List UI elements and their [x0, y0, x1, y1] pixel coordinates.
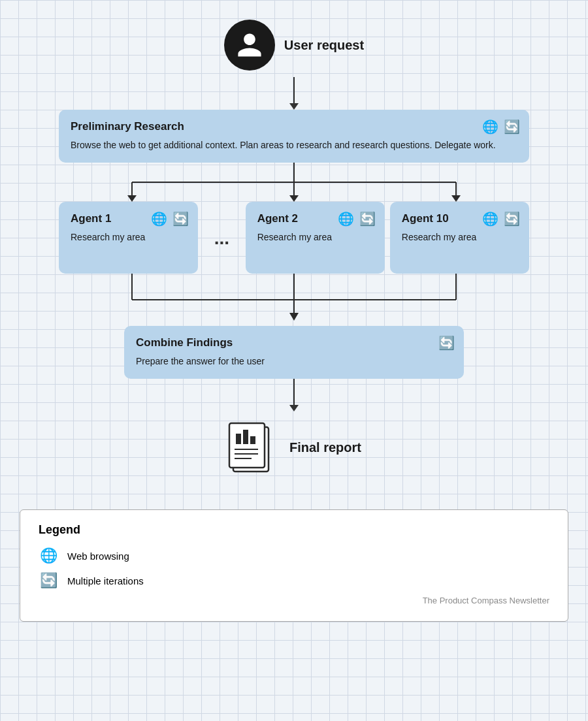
three-way-arrows-svg — [59, 163, 529, 202]
globe-icon: 🌐 — [338, 211, 354, 227]
diagram-container: User request Preliminary Research Browse… — [0, 0, 588, 490]
refresh-icon: 🔄 — [172, 211, 189, 227]
legend-items: 🌐 Web browsing 🔄 Multiple iterations — [39, 547, 549, 589]
agent-1-icons: 🌐 🔄 — [151, 211, 189, 227]
arrow-head — [289, 405, 299, 411]
arrow-to-final — [289, 379, 299, 411]
final-report-row: Final report — [227, 418, 361, 477]
prelim-desc: Browse the web to get additional context… — [71, 138, 517, 152]
combine-arrows-svg — [59, 274, 529, 326]
svg-rect-19 — [250, 436, 255, 444]
user-avatar — [224, 20, 275, 71]
arrow-head — [289, 103, 299, 110]
refresh-icon: 🔄 — [39, 572, 58, 589]
agent-1-box: Agent 1 Research my area 🌐 🔄 — [59, 202, 198, 274]
combine-icons: 🔄 — [438, 335, 455, 351]
arrow-to-prelim — [289, 77, 299, 110]
globe-icon: 🌐 — [39, 547, 58, 564]
svg-marker-3 — [127, 195, 137, 202]
combine-desc: Prepare the answer for the user — [136, 355, 452, 368]
refresh-icon: 🔄 — [504, 211, 520, 227]
legend-item-iterations: 🔄 Multiple iterations — [39, 572, 549, 589]
svg-rect-17 — [236, 434, 241, 444]
legend-web-browsing-label: Web browsing — [67, 551, 129, 562]
legend-credit: The Product Compass Newsletter — [39, 596, 549, 605]
legend-iterations-label: Multiple iterations — [67, 575, 144, 586]
agent-10-box: Agent 10 Research my area 🌐 🔄 — [390, 202, 529, 274]
combine-title: Combine Findings — [136, 336, 452, 349]
agent-2-box: Agent 2 Research my area 🌐 🔄 — [246, 202, 385, 274]
svg-marker-7 — [451, 195, 461, 202]
preliminary-research-box: Preliminary Research Browse the web to g… — [59, 110, 529, 163]
globe-icon: 🌐 — [151, 211, 167, 227]
globe-icon: 🌐 — [482, 119, 498, 135]
legend-box: Legend 🌐 Web browsing 🔄 Multiple iterati… — [20, 509, 568, 622]
combine-findings-box: Combine Findings Prepare the answer for … — [124, 326, 464, 379]
user-request-row: User request — [224, 20, 364, 71]
refresh-icon: 🔄 — [504, 119, 520, 135]
v-line — [293, 77, 295, 103]
svg-marker-5 — [289, 195, 299, 202]
prelim-icons: 🌐 🔄 — [482, 119, 520, 135]
svg-rect-18 — [243, 430, 248, 444]
agent-2-task: Research my area — [257, 231, 373, 244]
final-report-icon — [227, 418, 279, 477]
agents-row: Agent 1 Research my area 🌐 🔄 ... Agent 2… — [59, 202, 529, 274]
agent-2-icons: 🌐 🔄 — [338, 211, 376, 227]
v-line — [293, 379, 295, 405]
dots-separator: ... — [203, 202, 240, 249]
globe-icon: 🌐 — [482, 211, 498, 227]
legend-item-web-browsing: 🌐 Web browsing — [39, 547, 549, 564]
agent-10-icons: 🌐 🔄 — [482, 211, 520, 227]
final-report-label: Final report — [289, 440, 361, 455]
refresh-icon: 🔄 — [438, 335, 455, 351]
legend-title: Legend — [39, 523, 549, 537]
prelim-title: Preliminary Research — [71, 120, 517, 133]
svg-marker-14 — [289, 313, 299, 321]
user-request-label: User request — [284, 38, 364, 53]
agent-1-task: Research my area — [71, 231, 186, 244]
agent-10-task: Research my area — [402, 231, 517, 244]
refresh-icon: 🔄 — [359, 211, 376, 227]
